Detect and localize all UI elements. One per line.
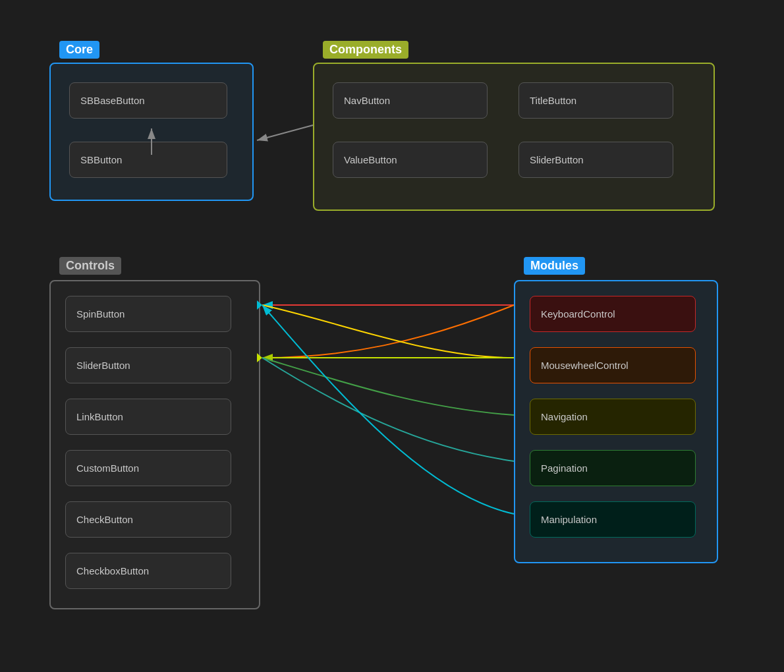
sliderbutton-components-label: SliderButton (530, 154, 584, 165)
navigation-to-slider-arrow (262, 358, 514, 415)
keyboard-to-slider-arrow (262, 305, 514, 358)
manipulation-to-spin-arrow (262, 305, 514, 514)
navbutton-label: NavButton (344, 95, 390, 106)
mousewheelcontrol-node[interactable]: MousewheelControl (530, 347, 696, 383)
sbbutton-node[interactable]: SBButton (69, 142, 227, 178)
spinbutton-label: SpinButton (76, 308, 125, 320)
linkbutton-label: LinkButton (76, 411, 123, 422)
sbbasebutton-node[interactable]: SBBaseButton (69, 82, 227, 119)
controls-group-box: SpinButton SliderButton LinkButton Custo… (49, 280, 260, 609)
mousewheelcontrol-label: MousewheelControl (541, 360, 629, 371)
custombutton-label: CustomButton (76, 462, 139, 474)
sbbutton-label: SBButton (80, 154, 122, 165)
valuebutton-node[interactable]: ValueButton (333, 142, 488, 178)
controls-group-label: Controls (59, 257, 121, 275)
modules-group-label: Modules (524, 257, 585, 275)
checkboxbutton-label: CheckboxButton (76, 565, 149, 576)
checkbutton-label: CheckButton (76, 514, 133, 525)
sliderbutton-controls-label: SliderButton (76, 360, 130, 371)
spinbutton-node[interactable]: SpinButton (65, 296, 231, 332)
components-group-label: Components (323, 41, 408, 59)
valuebutton-label: ValueButton (344, 154, 397, 165)
pagination-to-slider-arrow (262, 358, 514, 461)
keyboardcontrol-node[interactable]: KeyboardControl (530, 296, 696, 332)
components-to-core-arrow (257, 125, 313, 140)
keyboardcontrol-label: KeyboardControl (541, 308, 615, 320)
manipulation-label: Manipulation (541, 514, 597, 525)
checkboxbutton-node[interactable]: CheckboxButton (65, 553, 231, 589)
core-group-label: Core (59, 41, 99, 59)
core-group-box: SBBaseButton SBButton (49, 63, 254, 201)
sliderbutton-controls-node[interactable]: SliderButton (65, 347, 231, 383)
components-group-box: NavButton TitleButton ValueButton Slider… (313, 63, 715, 211)
linkbutton-node[interactable]: LinkButton (65, 399, 231, 435)
navigation-node[interactable]: Navigation (530, 399, 696, 435)
checkbutton-node[interactable]: CheckButton (65, 501, 231, 538)
mousewheel-to-spin-arrow (262, 305, 514, 358)
custombutton-node[interactable]: CustomButton (65, 450, 231, 486)
pagination-node[interactable]: Pagination (530, 450, 696, 486)
modules-group-box: KeyboardControl MousewheelControl Naviga… (514, 280, 718, 563)
navigation-label: Navigation (541, 411, 588, 422)
sliderbutton-components-node[interactable]: SliderButton (518, 142, 673, 178)
titlebutton-node[interactable]: TitleButton (518, 82, 673, 119)
sbbasebutton-label: SBBaseButton (80, 95, 145, 106)
manipulation-node[interactable]: Manipulation (530, 501, 696, 538)
titlebutton-label: TitleButton (530, 95, 576, 106)
pagination-label: Pagination (541, 462, 588, 474)
navbutton-node[interactable]: NavButton (333, 82, 488, 119)
